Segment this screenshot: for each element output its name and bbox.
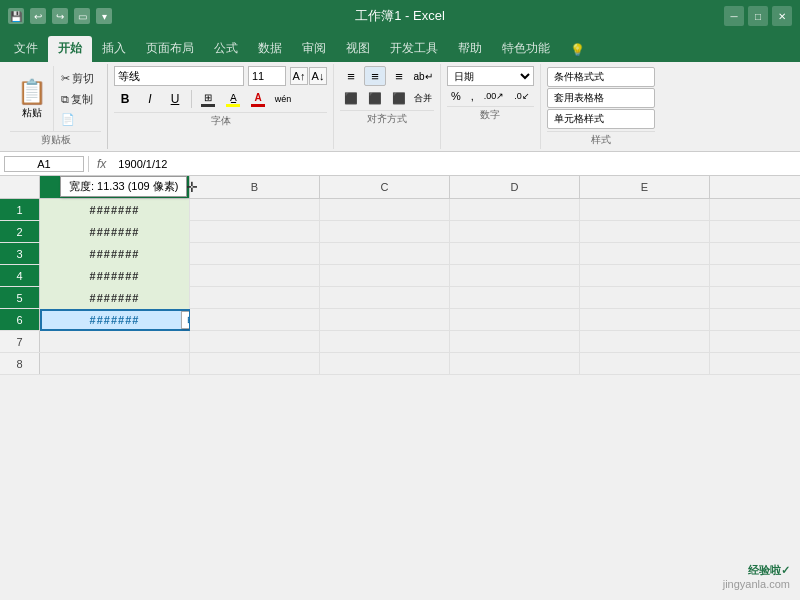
more-icon[interactable]: ▾	[96, 8, 112, 24]
cell-styles-button[interactable]: 单元格样式	[547, 109, 655, 129]
font-name-input[interactable]	[114, 66, 244, 86]
cell-d5[interactable]	[450, 287, 580, 309]
cell-a8[interactable]	[40, 353, 190, 375]
tab-special[interactable]: 特色功能	[492, 36, 560, 62]
conditional-format-button[interactable]: 条件格式式	[547, 67, 655, 87]
cell-b2[interactable]	[190, 221, 320, 243]
row-num-2[interactable]: 2	[0, 221, 40, 242]
row-num-4[interactable]: 4	[0, 265, 40, 286]
cell-a3[interactable]: #######	[40, 243, 190, 265]
col-resize-handle[interactable]: ✛	[190, 176, 194, 198]
font-color-button[interactable]: A	[247, 88, 269, 110]
cell-c4[interactable]	[320, 265, 450, 287]
decrease-decimal-button[interactable]: .0↙	[510, 89, 534, 103]
tab-data[interactable]: 数据	[248, 36, 292, 62]
cell-c1[interactable]	[320, 199, 450, 221]
cell-d1[interactable]	[450, 199, 580, 221]
paste-button[interactable]: 📋 粘贴	[10, 66, 54, 131]
tab-help[interactable]: 帮助	[448, 36, 492, 62]
copy-button[interactable]: ⧉ 复制	[58, 91, 97, 108]
align-right-button[interactable]: ⬛	[388, 88, 410, 108]
cell-a5[interactable]: #######	[40, 287, 190, 309]
cell-b7[interactable]	[190, 331, 320, 353]
tab-view[interactable]: 视图	[336, 36, 380, 62]
cell-d8[interactable]	[450, 353, 580, 375]
border-button[interactable]: ⊞	[197, 88, 219, 110]
align-center-button[interactable]: ⬛	[364, 88, 386, 108]
cell-e4[interactable]	[580, 265, 710, 287]
cut-button[interactable]: ✂ 剪切	[58, 70, 97, 87]
bold-button[interactable]: B	[114, 88, 136, 110]
merge-center-button[interactable]: 合并	[412, 88, 434, 108]
cell-d2[interactable]	[450, 221, 580, 243]
increase-decimal-button[interactable]: .00↗	[480, 89, 509, 103]
fill-color-button[interactable]: A̲	[222, 88, 244, 110]
align-top-center-button[interactable]: ≡	[364, 66, 386, 86]
cell-b1[interactable]	[190, 199, 320, 221]
tab-formula[interactable]: 公式	[204, 36, 248, 62]
cell-a1[interactable]: #######	[40, 199, 190, 221]
row-num-8[interactable]: 8	[0, 353, 40, 374]
special-char-button[interactable]: wén	[272, 88, 294, 110]
cell-e6[interactable]	[580, 309, 710, 331]
cell-d6[interactable]	[450, 309, 580, 331]
cell-a6[interactable]: ####### ⊞	[40, 309, 190, 331]
col-header-c[interactable]: C	[320, 176, 450, 198]
row-num-7[interactable]: 7	[0, 331, 40, 352]
align-top-left-button[interactable]: ≡	[340, 66, 362, 86]
cell-c2[interactable]	[320, 221, 450, 243]
percent-button[interactable]: %	[447, 88, 465, 104]
cell-c8[interactable]	[320, 353, 450, 375]
undo-icon[interactable]: ↩	[30, 8, 46, 24]
tab-light[interactable]: 💡	[560, 39, 595, 62]
tab-page-layout[interactable]: 页面布局	[136, 36, 204, 62]
maximize-button[interactable]: □	[748, 6, 768, 26]
tab-review[interactable]: 审阅	[292, 36, 336, 62]
close-button[interactable]: ✕	[772, 6, 792, 26]
cell-e5[interactable]	[580, 287, 710, 309]
restore-icon[interactable]: ▭	[74, 8, 90, 24]
font-size-input[interactable]	[248, 66, 286, 86]
cell-b3[interactable]	[190, 243, 320, 265]
formula-input[interactable]	[114, 158, 796, 170]
format-as-table-button[interactable]: 套用表格格	[547, 88, 655, 108]
cell-d3[interactable]	[450, 243, 580, 265]
row-num-3[interactable]: 3	[0, 243, 40, 264]
increase-font-button[interactable]: A↑	[290, 67, 308, 85]
cell-e1[interactable]	[580, 199, 710, 221]
cell-e7[interactable]	[580, 331, 710, 353]
align-top-right-button[interactable]: ≡	[388, 66, 410, 86]
tab-file[interactable]: 文件	[4, 36, 48, 62]
comma-button[interactable]: ,	[467, 88, 478, 104]
row-num-1[interactable]: 1	[0, 199, 40, 220]
redo-icon[interactable]: ↪	[52, 8, 68, 24]
tab-insert[interactable]: 插入	[92, 36, 136, 62]
cell-e8[interactable]	[580, 353, 710, 375]
cell-b4[interactable]	[190, 265, 320, 287]
cell-d4[interactable]	[450, 265, 580, 287]
tab-developer[interactable]: 开发工具	[380, 36, 448, 62]
underline-button[interactable]: U	[164, 88, 186, 110]
number-format-select[interactable]: 日期 常规 数字 货币	[447, 66, 534, 86]
cell-c7[interactable]	[320, 331, 450, 353]
col-header-b[interactable]: B	[190, 176, 320, 198]
cell-b5[interactable]	[190, 287, 320, 309]
col-header-e[interactable]: E	[580, 176, 710, 198]
paste-special-button[interactable]: 📄	[58, 112, 97, 127]
cell-c6[interactable]	[320, 309, 450, 331]
wrap-text-button[interactable]: ab↵	[412, 66, 434, 86]
italic-button[interactable]: I	[139, 88, 161, 110]
col-header-d[interactable]: D	[450, 176, 580, 198]
cell-c3[interactable]	[320, 243, 450, 265]
cell-a4[interactable]: #######	[40, 265, 190, 287]
row-num-5[interactable]: 5	[0, 287, 40, 308]
autofill-button[interactable]: ⊞	[181, 311, 190, 329]
cell-c5[interactable]	[320, 287, 450, 309]
decrease-font-button[interactable]: A↓	[309, 67, 327, 85]
cell-e3[interactable]	[580, 243, 710, 265]
cell-d7[interactable]	[450, 331, 580, 353]
cell-e2[interactable]	[580, 221, 710, 243]
cell-a7[interactable]	[40, 331, 190, 353]
name-box[interactable]	[4, 156, 84, 172]
tab-home[interactable]: 开始	[48, 36, 92, 62]
